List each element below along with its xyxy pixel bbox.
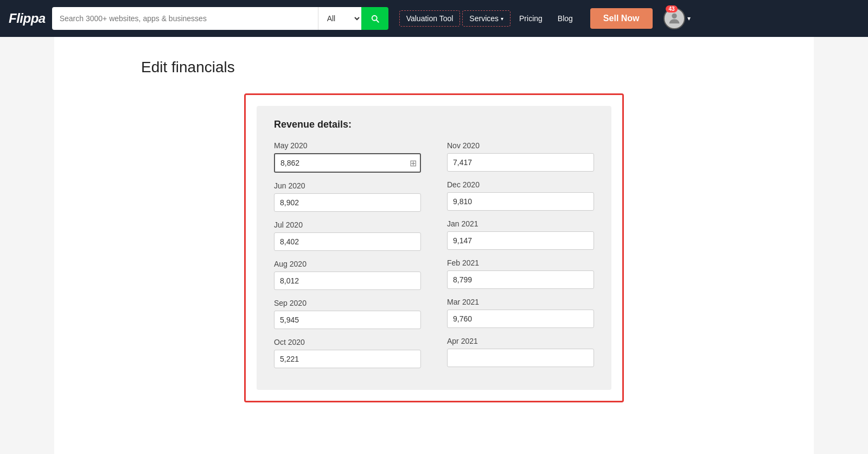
financials-section: Revenue details: May 2020 ⊞ Jun 2020 (244, 93, 624, 402)
revenue-title: Revenue details: (274, 119, 594, 130)
nav-links: Valuation Tool Services ▾ Pricing Blog (399, 10, 579, 27)
field-group-feb-2021: Feb 2021 (447, 258, 594, 289)
field-label-jan-2021: Jan 2021 (447, 219, 594, 228)
logo[interactable]: Flippa (9, 11, 46, 26)
input-oct-2020[interactable] (274, 350, 421, 368)
page-title: Edit financials (141, 59, 727, 76)
user-icon (667, 11, 682, 26)
input-feb-2021[interactable] (447, 270, 594, 289)
avatar-container[interactable]: 43 ▾ (663, 8, 691, 29)
nav-item-valuation-tool[interactable]: Valuation Tool (399, 10, 461, 27)
right-column: Nov 2020 Dec 2020 Jan 2021 Feb 2021 (447, 141, 594, 377)
svg-point-0 (672, 14, 676, 18)
nav-item-services[interactable]: Services ▾ (462, 10, 510, 27)
nav-item-pricing[interactable]: Pricing (513, 11, 549, 26)
left-column: May 2020 ⊞ Jun 2020 Jul 2020 (274, 141, 421, 377)
revenue-card: Revenue details: May 2020 ⊞ Jun 2020 (257, 106, 611, 390)
field-label-dec-2020: Dec 2020 (447, 180, 594, 189)
field-group-jan-2021: Jan 2021 (447, 219, 594, 250)
field-label-mar-2021: Mar 2021 (447, 298, 594, 306)
input-jun-2020[interactable] (274, 193, 421, 212)
nav-item-blog[interactable]: Blog (551, 11, 579, 26)
spreadsheet-icon[interactable]: ⊞ (410, 158, 417, 168)
input-dec-2020[interactable] (447, 192, 594, 211)
field-group-jun-2020: Jun 2020 (274, 181, 421, 212)
field-label-oct-2020: Oct 2020 (274, 338, 421, 346)
field-group-nov-2020: Nov 2020 (447, 141, 594, 172)
sell-now-button[interactable]: Sell Now (590, 8, 653, 29)
search-icon (370, 14, 380, 23)
input-jan-2021[interactable] (447, 231, 594, 250)
navbar: Flippa All Valuation Tool Services ▾ Pri… (0, 0, 868, 37)
field-group-may-2020: May 2020 ⊞ (274, 141, 421, 173)
notification-badge: 43 (666, 5, 677, 12)
avatar-chevron-icon: ▾ (687, 15, 691, 22)
field-label-aug-2020: Aug 2020 (274, 260, 421, 268)
input-may-2020[interactable] (274, 153, 421, 173)
input-sep-2020[interactable] (274, 311, 421, 329)
input-mar-2021[interactable] (447, 310, 594, 328)
field-label-feb-2021: Feb 2021 (447, 258, 594, 267)
field-label-nov-2020: Nov 2020 (447, 141, 594, 150)
input-apr-2021[interactable] (447, 349, 594, 367)
main-content: Edit financials Revenue details: May 202… (54, 37, 814, 454)
search-button[interactable] (361, 7, 388, 30)
input-wrapper-may-2020: ⊞ (274, 153, 421, 173)
field-label-jul-2020: Jul 2020 (274, 220, 421, 229)
field-group-jul-2020: Jul 2020 (274, 220, 421, 251)
field-group-apr-2021: Apr 2021 (447, 337, 594, 367)
chevron-down-icon: ▾ (501, 16, 503, 22)
revenue-grid: May 2020 ⊞ Jun 2020 Jul 2020 (274, 141, 594, 377)
field-group-oct-2020: Oct 2020 (274, 338, 421, 368)
search-container: All (52, 7, 388, 30)
input-nov-2020[interactable] (447, 153, 594, 172)
search-filter-select[interactable]: All (318, 7, 361, 30)
search-input[interactable] (52, 7, 318, 30)
field-label-sep-2020: Sep 2020 (274, 299, 421, 307)
input-jul-2020[interactable] (274, 232, 421, 251)
field-group-mar-2021: Mar 2021 (447, 298, 594, 328)
field-label-jun-2020: Jun 2020 (274, 181, 421, 190)
field-group-dec-2020: Dec 2020 (447, 180, 594, 211)
input-aug-2020[interactable] (274, 272, 421, 290)
field-label-may-2020: May 2020 (274, 141, 421, 150)
field-group-sep-2020: Sep 2020 (274, 299, 421, 329)
field-group-aug-2020: Aug 2020 (274, 260, 421, 290)
field-label-apr-2021: Apr 2021 (447, 337, 594, 345)
